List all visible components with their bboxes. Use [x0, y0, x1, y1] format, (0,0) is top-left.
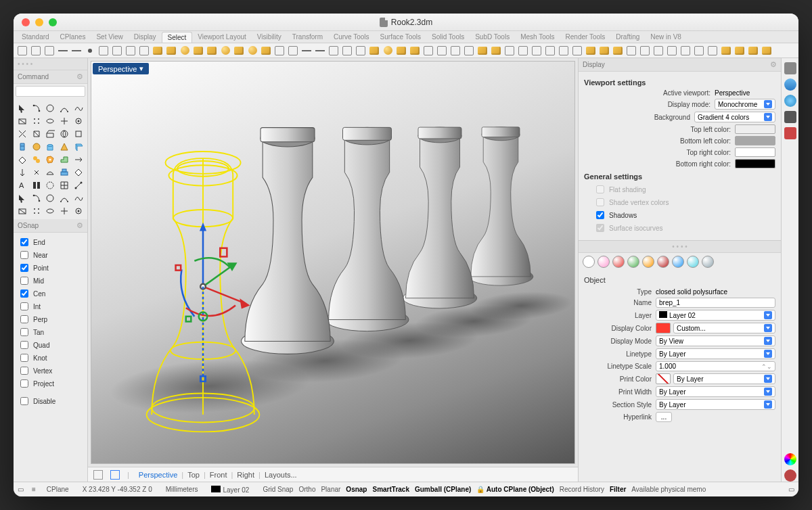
material-swatch-4[interactable] — [642, 256, 654, 268]
osnap-perp[interactable]: Perp — [18, 313, 83, 325]
toolbar-button-51[interactable] — [706, 45, 719, 57]
obj-dispmode-select[interactable]: By View — [656, 335, 775, 346]
tool-button-37[interactable] — [44, 192, 58, 204]
panel-environment-icon[interactable] — [784, 95, 796, 107]
tool-button-9[interactable] — [72, 115, 85, 127]
tool-button-41[interactable] — [30, 205, 43, 217]
status-smarttrack[interactable]: SmartTrack — [369, 485, 411, 494]
ribbon-tab-set-view[interactable]: Set View — [91, 32, 128, 42]
gear-icon[interactable]: ⚙ — [76, 72, 83, 81]
osnap-near[interactable]: Near — [18, 249, 83, 261]
toolbar-button-1[interactable] — [30, 45, 42, 57]
ribbon-tab-drafting[interactable]: Drafting — [610, 32, 645, 42]
toolbar-button-52[interactable] — [720, 45, 732, 57]
osnap-mid[interactable]: Mid — [18, 275, 83, 287]
viewport-tab-front[interactable]: Front — [206, 469, 231, 480]
viewport-tab-layouts[interactable]: Layouts... — [261, 469, 301, 480]
toolbar-button-36[interactable] — [503, 45, 516, 57]
tool-button-43[interactable] — [58, 205, 71, 217]
toolbar-button-41[interactable] — [571, 45, 583, 57]
tool-button-42[interactable] — [44, 205, 58, 217]
toolbar-button-12[interactable] — [179, 45, 191, 57]
toolbar-button-47[interactable] — [652, 45, 664, 57]
ribbon-tab-new-in-v8[interactable]: New in V8 — [645, 32, 687, 42]
background-select[interactable]: Gradient 4 colors — [694, 112, 775, 122]
viewport-label[interactable]: Perspective ▾ — [93, 63, 149, 74]
toolbar-button-40[interactable] — [558, 45, 570, 57]
tool-button-44[interactable] — [72, 205, 85, 217]
osnap-quad[interactable]: Quad — [18, 339, 83, 351]
toolbar-button-2[interactable] — [43, 45, 55, 57]
display-mode-select[interactable]: Monochrome — [715, 99, 775, 110]
tool-button-16[interactable] — [30, 141, 43, 153]
toolbar-button-26[interactable] — [368, 45, 380, 57]
gear-icon[interactable]: ⚙ — [76, 221, 83, 230]
obj-section-select[interactable]: By Layer — [656, 399, 775, 410]
perspective-viewport[interactable]: Perspective ▾ — [91, 61, 575, 464]
obj-layer-select[interactable]: Layer 02 — [656, 310, 775, 321]
toolbar-button-50[interactable] — [693, 45, 705, 57]
general-shadows[interactable]: Shadows — [593, 209, 775, 221]
status-layer[interactable]: Layer 02 — [208, 485, 252, 494]
tool-button-11[interactable] — [30, 128, 43, 140]
tool-button-30[interactable]: A — [16, 179, 29, 191]
toolbar-button-46[interactable] — [639, 45, 651, 57]
ribbon-tab-subd-tools[interactable]: SubD Tools — [470, 32, 515, 42]
obj-pwidth-select[interactable]: By Layer — [656, 386, 775, 397]
tool-button-26[interactable] — [30, 166, 43, 179]
tool-button-35[interactable] — [16, 192, 29, 204]
status-planar[interactable]: Planar — [318, 485, 343, 494]
list-icon[interactable]: ≡ — [32, 486, 36, 493]
tool-button-0[interactable] — [16, 102, 29, 114]
toolbar-button-34[interactable] — [476, 45, 489, 57]
material-swatch-6[interactable] — [672, 256, 684, 268]
tool-button-34[interactable] — [72, 179, 85, 191]
toolbar-button-9[interactable] — [138, 45, 150, 57]
status-cplane[interactable]: CPlane — [44, 485, 72, 494]
toolbar-button-31[interactable] — [436, 45, 448, 57]
rook-1-selected[interactable] — [118, 116, 288, 440]
color-swatch[interactable] — [735, 147, 775, 157]
panel-layers-icon[interactable] — [784, 111, 796, 123]
ribbon-tab-select[interactable]: Select — [162, 32, 193, 43]
ribbon-tab-mesh-tools[interactable]: Mesh Tools — [515, 32, 560, 42]
obj-ltscale-input[interactable]: 1.000⌃⌄ — [656, 361, 775, 371]
panel-colorwheel-icon[interactable] — [784, 453, 796, 465]
osnap-end[interactable]: End — [18, 236, 83, 248]
status-auto-cplane-object-[interactable]: 🔒 Auto CPlane (Object) — [474, 485, 556, 494]
tool-button-6[interactable] — [30, 115, 43, 127]
tool-button-22[interactable] — [44, 154, 58, 166]
tool-button-32[interactable] — [44, 179, 58, 191]
sidebar-right-toggle-icon[interactable]: ▭ — [788, 486, 794, 493]
toolbar-button-35[interactable] — [490, 45, 502, 57]
toolbar-button-0[interactable] — [16, 45, 28, 57]
toolbar-button-30[interactable] — [422, 45, 434, 57]
toolbar-button-23[interactable] — [328, 45, 340, 57]
material-swatch-1[interactable] — [597, 256, 610, 268]
status-units[interactable]: Millimeters — [163, 485, 201, 494]
toolbar-button-33[interactable] — [463, 45, 475, 57]
tool-button-4[interactable] — [72, 102, 85, 114]
toolbar-button-17[interactable] — [246, 45, 258, 57]
obj-pcolor-select[interactable]: By Layer — [673, 373, 775, 384]
material-swatch-3[interactable] — [627, 256, 639, 268]
display-color-swatch[interactable] — [656, 323, 671, 333]
toolbar-button-18[interactable] — [260, 45, 272, 57]
tool-button-25[interactable] — [16, 166, 29, 179]
panel-display-icon[interactable] — [784, 62, 796, 74]
ribbon-tab-standard[interactable]: Standard — [16, 32, 55, 42]
osnap-project[interactable]: Project — [18, 377, 83, 390]
toolbar-button-49[interactable] — [679, 45, 692, 57]
material-swatch-7[interactable] — [687, 256, 699, 268]
toolbar-button-54[interactable] — [747, 45, 759, 57]
tool-button-15[interactable] — [16, 141, 29, 153]
osnap-point[interactable]: Point — [18, 262, 83, 274]
sidebar-toggle-icon[interactable]: ▭ — [18, 486, 24, 493]
status-available-physical-memo[interactable]: Available physical memo — [629, 485, 708, 494]
tool-button-14[interactable] — [72, 128, 85, 140]
tool-button-39[interactable] — [72, 192, 85, 204]
toolbar-button-11[interactable] — [165, 45, 177, 57]
tool-button-29[interactable] — [72, 166, 85, 179]
tool-button-23[interactable] — [58, 154, 71, 166]
tool-button-2[interactable] — [44, 102, 58, 114]
